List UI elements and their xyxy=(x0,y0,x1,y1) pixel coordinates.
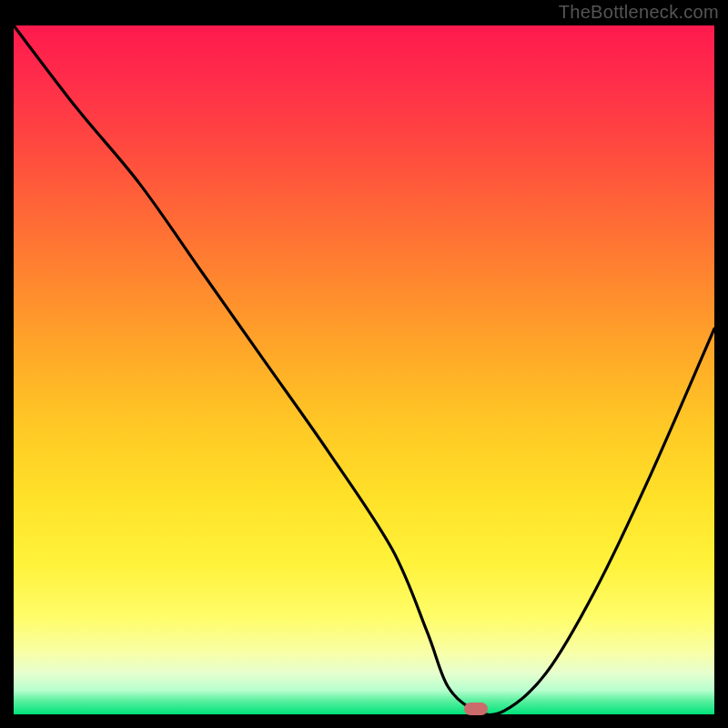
optimal-point-marker xyxy=(464,703,488,715)
curve-path xyxy=(14,25,714,715)
watermark-text: TheBottleneck.com xyxy=(559,2,719,23)
bottleneck-curve xyxy=(14,25,714,714)
chart-frame: TheBottleneck.com xyxy=(0,0,728,728)
plot-area xyxy=(14,25,714,714)
